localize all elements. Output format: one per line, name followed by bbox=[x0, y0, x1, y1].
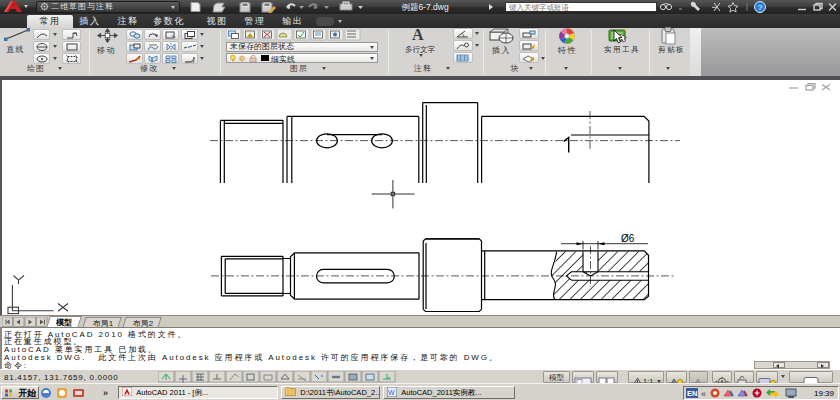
svg-text:?: ? bbox=[758, 3, 763, 12]
svg-text:W: W bbox=[388, 389, 395, 396]
svg-text:Ø6: Ø6 bbox=[621, 233, 635, 244]
svg-text:«: « bbox=[701, 388, 706, 398]
svg-text:»: » bbox=[103, 388, 108, 398]
svg-text:EN: EN bbox=[687, 389, 697, 398]
